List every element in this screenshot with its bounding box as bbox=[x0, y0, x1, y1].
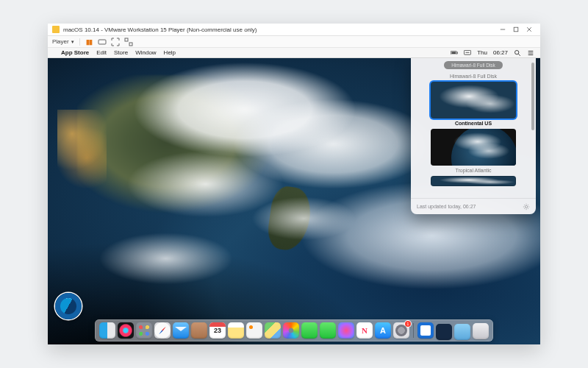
menu-help[interactable]: Help bbox=[164, 49, 176, 56]
svg-rect-4 bbox=[98, 40, 106, 44]
option-label-continental-us: Continental US bbox=[455, 121, 492, 126]
window-minimize-button[interactable] bbox=[496, 25, 509, 34]
dock-downloads-icon[interactable] bbox=[436, 324, 452, 340]
menu-edit[interactable]: Edit bbox=[96, 49, 107, 56]
app-menu[interactable]: App Store bbox=[61, 49, 89, 56]
svg-rect-1 bbox=[514, 27, 518, 32]
unity-button[interactable] bbox=[124, 38, 133, 46]
macos-menubar: App Store Edit Store Window Help Thu 06:… bbox=[48, 48, 540, 58]
option-thumb-next[interactable] bbox=[431, 176, 516, 186]
svg-point-12 bbox=[515, 50, 519, 54]
dock-notes-icon[interactable] bbox=[228, 322, 244, 339]
popover-header-pill: Himawari-8 Full Disk bbox=[444, 61, 503, 69]
dock-separator bbox=[413, 323, 414, 338]
calendar-day-number: 23 bbox=[209, 327, 226, 334]
dock-contacts-icon[interactable] bbox=[191, 322, 207, 339]
battery-status-icon[interactable] bbox=[451, 49, 458, 57]
host-window-title: macOS 10.14 - VMware Workstation 15 Play… bbox=[63, 26, 257, 33]
dock-facetime-icon[interactable] bbox=[320, 322, 336, 339]
dock-news-icon[interactable] bbox=[356, 322, 373, 339]
dock-safari-icon[interactable] bbox=[154, 322, 171, 339]
option-thumb-continental-us[interactable] bbox=[431, 82, 516, 118]
dock-launchpad-icon[interactable] bbox=[136, 322, 152, 339]
svg-rect-5 bbox=[125, 38, 128, 41]
vmware-player-window: macOS 10.14 - VMware Workstation 15 Play… bbox=[48, 24, 540, 344]
pause-vm-button[interactable]: ▮▮ bbox=[85, 38, 93, 46]
dock-calendar-icon[interactable]: 23 bbox=[209, 322, 226, 339]
window-maximize-button[interactable] bbox=[509, 25, 523, 34]
macos-desktop[interactable]: Himawari-8 Full Disk Himawari-8 Full Dis… bbox=[48, 58, 540, 344]
macos-dock: 23 1 bbox=[95, 319, 493, 342]
dock-photos-icon[interactable] bbox=[283, 322, 299, 339]
dock-siri-icon[interactable] bbox=[118, 322, 134, 339]
control-strip-icon[interactable] bbox=[464, 49, 471, 57]
dock-finder-icon[interactable] bbox=[99, 322, 115, 339]
svg-rect-9 bbox=[452, 52, 456, 54]
dock-sysprefs-icon[interactable]: 1 bbox=[393, 322, 409, 339]
window-close-button[interactable] bbox=[523, 25, 536, 34]
dock-maps-icon[interactable] bbox=[265, 322, 281, 339]
vmware-toolbar: Player▼ ▮▮ bbox=[48, 36, 540, 48]
svg-line-13 bbox=[518, 54, 520, 55]
send-cad-button[interactable] bbox=[98, 38, 107, 46]
satellite-source-popover: Himawari-8 Full Disk Himawari-8 Full Dis… bbox=[411, 58, 536, 214]
sysprefs-badge: 1 bbox=[405, 321, 411, 327]
dock-messages-icon[interactable] bbox=[301, 322, 318, 339]
dock-appstore-icon[interactable] bbox=[375, 322, 391, 339]
menu-window[interactable]: Window bbox=[135, 49, 156, 56]
menubar-day[interactable]: Thu bbox=[477, 49, 487, 56]
host-titlebar[interactable]: macOS 10.14 - VMware Workstation 15 Play… bbox=[48, 24, 540, 36]
option-label-tropical-atlantic: Tropical Atlantic bbox=[455, 168, 491, 173]
svg-rect-6 bbox=[129, 43, 132, 46]
popover-settings-button[interactable] bbox=[523, 203, 530, 210]
menubar-time[interactable]: 06:27 bbox=[493, 49, 508, 56]
dock-itunes-icon[interactable] bbox=[338, 322, 354, 339]
svg-point-17 bbox=[525, 205, 527, 208]
popover-scrollbar[interactable] bbox=[531, 63, 534, 130]
fullscreen-button[interactable] bbox=[111, 38, 120, 46]
option-thumb-tropical-atlantic[interactable] bbox=[431, 129, 516, 166]
noaa-logo-badge bbox=[55, 293, 82, 319]
dock-folder-icon[interactable] bbox=[454, 324, 470, 340]
spotlight-icon[interactable] bbox=[514, 49, 521, 57]
vmware-icon bbox=[52, 26, 60, 33]
svg-rect-8 bbox=[457, 52, 458, 54]
dock-mail-icon[interactable] bbox=[173, 322, 189, 339]
option-label-himawari: Himawari-8 Full Disk bbox=[450, 74, 497, 79]
notification-center-icon[interactable] bbox=[527, 49, 534, 57]
popover-last-updated: Last updated today, 06:27 bbox=[417, 204, 476, 209]
dock-generic-app-icon[interactable] bbox=[417, 322, 434, 339]
dock-reminders-icon[interactable] bbox=[246, 322, 262, 339]
menu-store[interactable]: Store bbox=[114, 49, 128, 56]
player-menu[interactable]: Player▼ bbox=[52, 38, 75, 45]
dock-trash-icon[interactable] bbox=[473, 323, 489, 339]
